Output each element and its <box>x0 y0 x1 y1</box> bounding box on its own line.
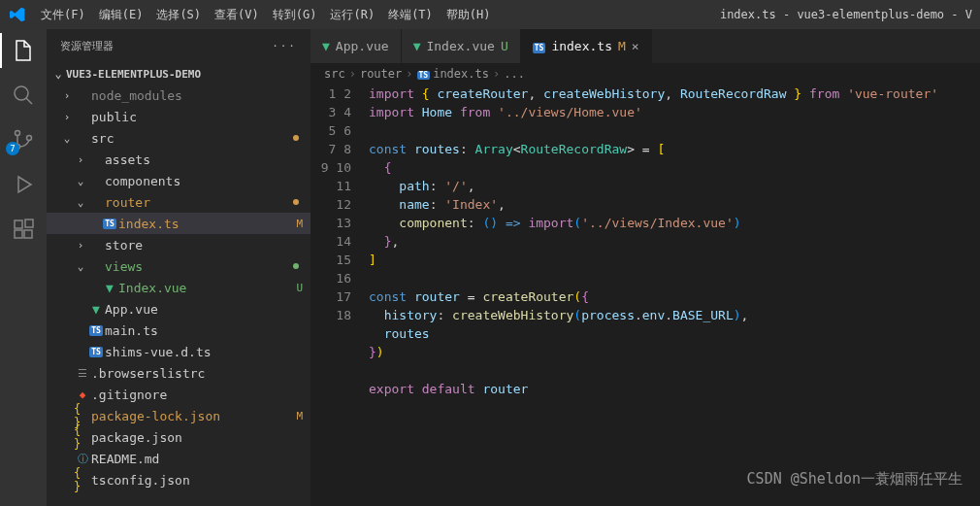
chevron-down-icon: ⌄ <box>50 67 66 81</box>
tab-icon: ▼ <box>413 39 421 53</box>
explorer-sidebar: 资源管理器 ··· ⌄ VUE3-ELEMENTPLUS-DEMO › node… <box>47 29 310 506</box>
search-icon[interactable] <box>10 82 37 109</box>
project-header[interactable]: ⌄ VUE3-ELEMENTPLUS-DEMO <box>47 63 310 84</box>
svg-rect-4 <box>15 220 22 228</box>
file-label: components <box>105 174 303 188</box>
tree-item[interactable]: ▼ Index.vue U <box>47 277 310 298</box>
file-icon: ◆ <box>74 388 91 401</box>
git-status: U <box>296 282 303 294</box>
file-icon: ▼ <box>101 281 118 295</box>
breadcrumb[interactable]: src › router › TSindex.ts › ... <box>310 63 980 84</box>
code-content: import { createRouter, createWebHistory,… <box>369 84 980 506</box>
extensions-icon[interactable] <box>10 216 37 243</box>
chevron-icon: › <box>60 89 74 102</box>
file-icon: { } <box>74 466 91 493</box>
tree-item[interactable]: ⌄ components <box>47 170 310 191</box>
tab-label: App.vue <box>336 39 389 53</box>
menu-item[interactable]: 选择(S) <box>149 7 208 23</box>
git-status: M <box>296 410 303 422</box>
breadcrumb-item[interactable]: ... <box>504 67 525 81</box>
tree-item[interactable]: › node_modules <box>47 84 310 106</box>
run-debug-icon[interactable] <box>10 171 37 198</box>
file-icon: TS <box>87 347 105 357</box>
svg-rect-5 <box>15 230 22 238</box>
file-icon: TS <box>87 325 105 336</box>
sidebar-header: 资源管理器 ··· <box>47 29 310 63</box>
status-dot <box>293 135 299 141</box>
file-label: App.vue <box>105 302 303 317</box>
scm-badge: 7 <box>6 142 19 155</box>
tree-item[interactable]: ⌄ views <box>47 255 310 277</box>
chevron-icon: › <box>74 153 87 166</box>
file-icon: ▼ <box>87 302 105 317</box>
code-editor[interactable]: 1 2 3 4 5 6 7 8 9 10 11 12 13 14 15 16 1… <box>310 84 980 506</box>
window-title: index.ts - vue3-elementplus-demo - V <box>720 8 980 21</box>
tree-item[interactable]: TS index.ts M <box>47 213 310 234</box>
file-icon: TS <box>101 219 118 229</box>
menu-item[interactable]: 转到(G) <box>266 7 324 23</box>
file-icon: { } <box>74 423 91 451</box>
file-label: .browserslistrc <box>91 366 303 381</box>
tab-label: Index.vue <box>426 39 494 53</box>
tree-item[interactable]: › public <box>47 106 310 127</box>
menu-item[interactable]: 帮助(H) <box>440 7 498 23</box>
tab-bar: ▼ App.vue ▼ Index.vue U TS index.ts M × <box>310 29 980 63</box>
status-dot <box>293 199 299 205</box>
file-label: package.json <box>91 430 303 445</box>
title-bar: 文件(F)编辑(E)选择(S)查看(V)转到(G)运行(R)终端(T)帮助(H)… <box>0 0 980 29</box>
file-label: README.md <box>91 452 303 466</box>
git-status: M <box>296 218 303 230</box>
menu-item[interactable]: 终端(T) <box>381 7 440 23</box>
tree-item[interactable]: { } package.json <box>47 426 310 448</box>
chevron-icon: › <box>74 239 87 252</box>
file-tree: › node_modules › public ⌄ src › assets ⌄… <box>47 84 310 490</box>
file-label: src <box>91 131 293 146</box>
tree-item[interactable]: ☰ .browserslistrc <box>47 362 310 384</box>
tree-item[interactable]: ▼ App.vue <box>47 298 310 320</box>
file-label: package-lock.json <box>91 409 292 423</box>
file-label: router <box>105 195 293 210</box>
more-icon[interactable]: ··· <box>272 40 297 52</box>
menu-item[interactable]: 编辑(E) <box>92 7 150 23</box>
file-label: tsconfig.json <box>91 473 303 488</box>
chevron-icon: ⌄ <box>74 196 87 209</box>
tree-item[interactable]: { } tsconfig.json <box>47 469 310 490</box>
tree-item[interactable]: TS shims-vue.d.ts <box>47 341 310 362</box>
breadcrumb-item[interactable]: router <box>360 67 402 81</box>
explorer-icon[interactable] <box>10 37 37 64</box>
tree-item[interactable]: TS main.ts <box>47 320 310 341</box>
project-name: VUE3-ELEMENTPLUS-DEMO <box>66 68 201 81</box>
chevron-icon: ⌄ <box>60 132 74 145</box>
close-icon[interactable]: × <box>632 39 639 53</box>
status-dot <box>293 263 299 269</box>
tree-item[interactable]: › store <box>47 234 310 255</box>
editor-tab[interactable]: ▼ App.vue <box>310 29 402 63</box>
menu-item[interactable]: 文件(F) <box>34 7 92 23</box>
line-gutter: 1 2 3 4 5 6 7 8 9 10 11 12 13 14 15 16 1… <box>310 84 369 506</box>
menu-item[interactable]: 运行(R) <box>323 7 381 23</box>
editor-tab[interactable]: ▼ Index.vue U <box>402 29 521 63</box>
menu-item[interactable]: 查看(V) <box>208 7 266 23</box>
breadcrumb-item[interactable]: src <box>324 67 345 81</box>
menu-bar: 文件(F)编辑(E)选择(S)查看(V)转到(G)运行(R)终端(T)帮助(H) <box>34 7 498 23</box>
tab-icon: TS <box>533 39 546 53</box>
file-label: .gitignore <box>91 388 303 402</box>
breadcrumb-item[interactable]: TSindex.ts <box>417 67 489 81</box>
editor-tab[interactable]: TS index.ts M × <box>521 29 652 63</box>
file-label: Index.vue <box>118 281 292 295</box>
chevron-icon: ⌄ <box>74 175 87 187</box>
activity-bar: 7 <box>0 29 47 506</box>
tree-item[interactable]: ⌄ router <box>47 191 310 213</box>
file-label: views <box>105 259 293 274</box>
file-label: assets <box>105 152 303 167</box>
svg-rect-6 <box>24 230 32 238</box>
tree-item[interactable]: ⌄ src <box>47 127 310 149</box>
svg-point-0 <box>15 86 28 100</box>
tree-item[interactable]: › assets <box>47 149 310 170</box>
svg-point-1 <box>16 131 20 136</box>
source-control-icon[interactable]: 7 <box>10 126 37 153</box>
chevron-icon: › <box>60 111 74 123</box>
file-label: store <box>105 238 303 253</box>
tab-label: index.ts <box>551 39 612 53</box>
editor-area: ▼ App.vue ▼ Index.vue U TS index.ts M × … <box>310 29 980 506</box>
